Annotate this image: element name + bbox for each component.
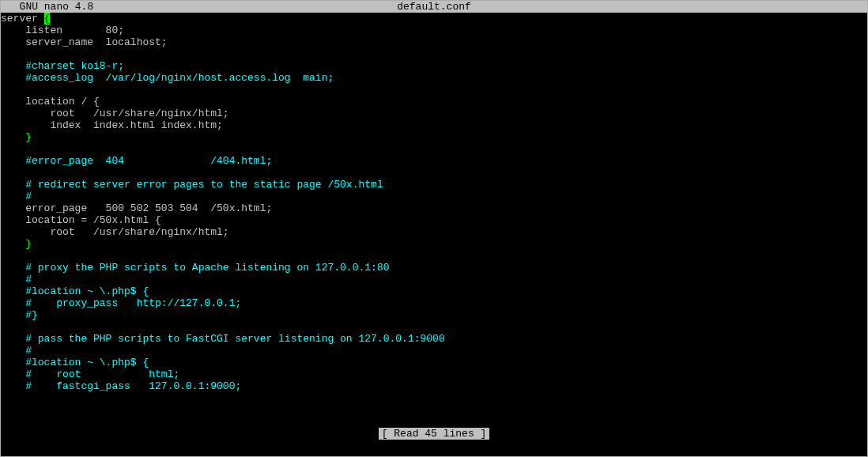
code-line: # xyxy=(1,345,867,357)
code-line: # root html; xyxy=(1,368,867,380)
code-line: } xyxy=(1,131,867,143)
code-line: # proxy the PHP scripts to Apache listen… xyxy=(1,262,867,274)
code-line: root /usr/share/nginx/html; xyxy=(1,108,867,119)
code-line: location / { xyxy=(1,96,867,108)
code-line: server { xyxy=(1,13,867,25)
status-message: [ Read 45 lines ] xyxy=(379,428,490,440)
code-line: # xyxy=(1,274,867,285)
code-line: } xyxy=(1,238,867,250)
status-line: [ Read 45 lines ] xyxy=(1,428,867,440)
code-line: #location ~ \.php$ { xyxy=(1,285,867,297)
code-line: #} xyxy=(1,309,867,321)
app-name: GNU nano 4.8 xyxy=(1,1,93,13)
filename: default.conf xyxy=(397,1,471,13)
code-line xyxy=(1,143,867,155)
code-line: # pass the PHP scripts to FastCGI server… xyxy=(1,333,867,345)
code-line: #charset koi8-r; xyxy=(1,60,867,72)
code-line xyxy=(1,48,867,60)
code-line: #error_page 404 /404.html; xyxy=(1,155,867,167)
code-line: #access_log /var/log/nginx/host.access.l… xyxy=(1,72,867,84)
titlebar: GNU nano 4.8 default.conf xyxy=(1,1,867,13)
code-line: error_page 500 502 503 504 /50x.html; xyxy=(1,202,867,214)
editor-area[interactable]: server { listen 80; server_name localhos… xyxy=(1,13,867,428)
code-line: index index.html index.htm; xyxy=(1,119,867,131)
shortcut-bar: ^G Get Help^O Write Out^W Where Is^K Cut… xyxy=(1,440,867,457)
code-line xyxy=(1,250,867,262)
code-line xyxy=(1,84,867,96)
code-line xyxy=(1,167,867,179)
code-line xyxy=(1,321,867,333)
code-line: server_name localhost; xyxy=(1,36,867,48)
code-line: #location ~ \.php$ { xyxy=(1,357,867,368)
code-line: # redirect server error pages to the sta… xyxy=(1,179,867,191)
code-line: # proxy_pass http://127.0.0.1; xyxy=(1,297,867,309)
code-line: # xyxy=(1,191,867,202)
cursor: { xyxy=(44,13,51,25)
code-line: root /usr/share/nginx/html; xyxy=(1,226,867,238)
code-line: # fastcgi_pass 127.0.0.1:9000; xyxy=(1,380,867,392)
code-line: listen 80; xyxy=(1,25,867,36)
code-line: location = /50x.html { xyxy=(1,214,867,226)
